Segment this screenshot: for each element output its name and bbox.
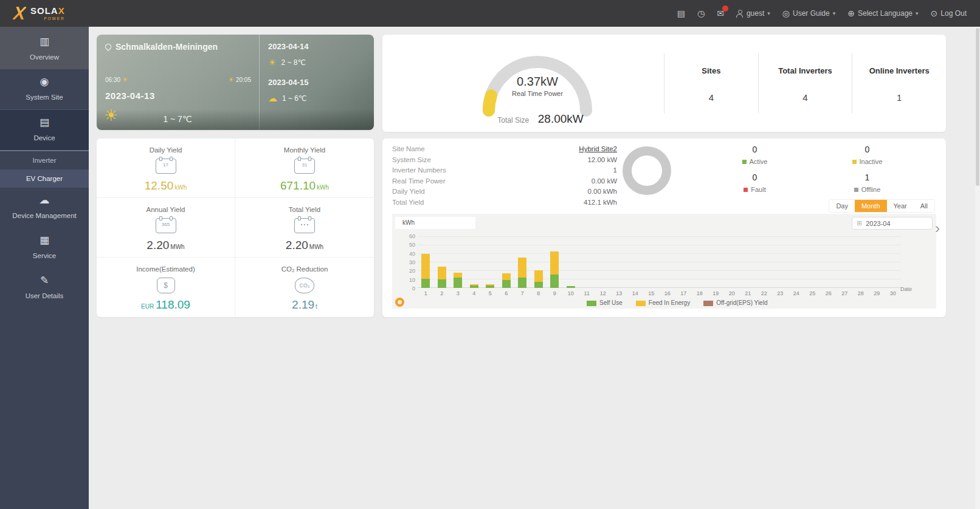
bar-slot: 24 <box>788 237 805 288</box>
next-arrow-icon[interactable]: › <box>935 220 940 237</box>
sidebar-item-user-details[interactable]: ✎ User Details <box>0 268 89 308</box>
period-day-button[interactable]: Day <box>829 200 855 212</box>
pencil-icon: ✎ <box>2 274 86 287</box>
overview-icon: ▥ <box>2 35 86 48</box>
sunset-icon: ☀ <box>228 76 234 83</box>
bar-slot: 16 <box>660 237 676 288</box>
sunset-time: ☀ 20:05 <box>228 76 251 84</box>
offline-dot-icon <box>854 188 858 192</box>
calendar-icon: 31 <box>294 159 315 174</box>
chart-unit-label: kWh <box>395 217 475 229</box>
solax-x-icon: X <box>12 3 27 24</box>
co2-reduction-cell: CO₂ Reduction CO₂ 2.19t <box>235 258 374 317</box>
total-size-label: Total Size <box>497 116 529 125</box>
device-submenu: Inverter EV Charger <box>0 150 89 188</box>
chevron-down-icon: ▾ <box>916 10 919 16</box>
report-icon[interactable]: ▤ <box>677 9 685 18</box>
calendar-icon: 17 <box>156 159 176 174</box>
select-language-label: Select Language <box>858 9 913 18</box>
info-row-daily-yield: Daily Yield 0.00 kWh <box>392 186 617 197</box>
legend-item: Off-grid(EPS) Yield <box>703 299 767 306</box>
forecast-temp: 1 ~ 6℃ <box>282 94 307 103</box>
calendar-icon: ⊞ <box>857 219 862 227</box>
bar-slot: 8 <box>531 237 547 288</box>
info-row-real-time-power: Real Time Power 0.00 kW <box>392 176 617 187</box>
user-guide-menu[interactable]: ◎ User Guide ▾ <box>782 9 835 18</box>
cloud-icon: ☁ <box>2 194 86 207</box>
site-icon: ◉ <box>2 75 86 88</box>
bar-slot: 30 <box>885 237 902 288</box>
sidebar-item-device[interactable]: ▤ Device <box>0 109 89 150</box>
period-year-button[interactable]: Year <box>887 200 914 212</box>
message-icon[interactable]: ✉ <box>717 9 724 18</box>
user-avatar-icon <box>736 10 744 17</box>
weather-location: Schmalkalden-Meiningen <box>116 42 218 52</box>
user-menu[interactable]: guest ▾ <box>736 9 770 18</box>
status-offline: 1 Offline <box>811 173 923 200</box>
status-inactive: 0 Inactive <box>811 145 923 173</box>
bar-slot: 21 <box>740 237 756 288</box>
monthly-yield-cell: Monthly Yield 31 671.10kWh <box>235 138 374 198</box>
bar-slot: 6 <box>499 237 515 288</box>
date-picker-value: 2023-04 <box>866 220 890 227</box>
submenu-item-inverter[interactable]: Inverter <box>0 151 89 169</box>
sidebar-item-service[interactable]: ▦ Service <box>0 228 89 268</box>
yield-summary-card: Daily Yield 17 12.50kWh Monthly Yield 31… <box>97 138 374 317</box>
app-header: X SOLAX POWER ▤ ◷ ✉ guest ▾ ◎ User Guide… <box>0 0 980 27</box>
period-month-button[interactable]: Month <box>855 200 887 212</box>
real-time-power-label: Real Time Power <box>468 90 607 97</box>
device-icon: ▤ <box>2 116 86 129</box>
sidebar-item-overview[interactable]: ▥ Overview <box>0 27 89 69</box>
date-picker[interactable]: ⊞ 2023-04 <box>852 217 933 230</box>
forecast-date: 2023-04-15 <box>268 78 365 87</box>
stat-sites: Sites 4 <box>664 53 758 114</box>
bar-slot: 14 <box>627 237 644 288</box>
weather-card: Schmalkalden-Meiningen 06:30 ☀ ☀ 20:05 2… <box>97 35 374 130</box>
site-info-list: Site Name Hybrid Site2 System Size 12.00… <box>392 144 617 208</box>
scrollbar-thumb[interactable] <box>976 28 979 186</box>
location-pin-icon <box>104 43 112 51</box>
total-yield-cell: Total Yield • • • 2.20MWh <box>235 198 374 258</box>
active-dot-icon <box>742 160 747 164</box>
site-name-link[interactable]: Hybrid Site2 <box>579 144 617 155</box>
logout-button[interactable]: ⊙ Log Out <box>931 9 967 18</box>
bar-slot: 11 <box>579 237 595 288</box>
chart-y-axis: 6050403020100 <box>401 233 415 292</box>
calendar-icon: • • • <box>294 218 315 233</box>
chevron-down-icon: ▾ <box>767 10 770 16</box>
bar-slot: 18 <box>692 237 708 288</box>
status-donut-chart <box>623 146 671 195</box>
bar-slot: 25 <box>804 237 821 288</box>
language-menu[interactable]: ⊕ Select Language ▾ <box>847 9 918 18</box>
calendar-icon: 365 <box>156 218 176 233</box>
guide-icon: ◎ <box>782 9 790 18</box>
chart-indicator-icon[interactable] <box>395 298 404 307</box>
submenu-item-ev-charger[interactable]: EV Charger <box>0 169 89 188</box>
bar-slot: 10 <box>563 237 579 288</box>
user-name: guest <box>747 9 764 18</box>
bar-slot: 15 <box>643 237 660 288</box>
legend-item: Feed In Energy <box>636 299 690 306</box>
info-row-total-yield: Total Yield 412.1 kWh <box>392 197 617 208</box>
bar-slot: 26 <box>821 237 837 288</box>
period-all-button[interactable]: All <box>914 200 934 212</box>
logout-label: Log Out <box>940 9 967 18</box>
sidebar-item-system-site[interactable]: ◉ System Site <box>0 69 89 109</box>
bar-slot: 19 <box>708 237 724 288</box>
chart-legend: Self UseFeed In EnergyOff-grid(EPS) Yiel… <box>587 299 767 306</box>
alarm-icon[interactable]: ◷ <box>697 9 705 18</box>
sidebar-item-device-management[interactable]: ☁ Device Management <box>0 188 89 228</box>
stat-online-inverters: Online Inverters 1 <box>852 53 946 114</box>
legend-item: Self Use <box>587 299 623 306</box>
real-time-power-value: 0.37kW <box>468 75 607 89</box>
bar-slot: 13 <box>611 237 627 288</box>
page-scrollbar[interactable] <box>975 27 980 509</box>
bar-slot: 5 <box>482 237 499 288</box>
bar-slot: 28 <box>853 237 869 288</box>
sun-icon: ☀ <box>268 57 276 68</box>
bar-slot: 9 <box>547 237 563 288</box>
period-toggle: Day Month Year All <box>829 199 935 213</box>
power-summary-card: 0.37kW Real Time Power Total Size 28.00k… <box>382 35 946 132</box>
info-row-inverter-numbers: Inverter Numbers 1 <box>392 165 617 176</box>
fault-dot-icon <box>744 188 748 192</box>
